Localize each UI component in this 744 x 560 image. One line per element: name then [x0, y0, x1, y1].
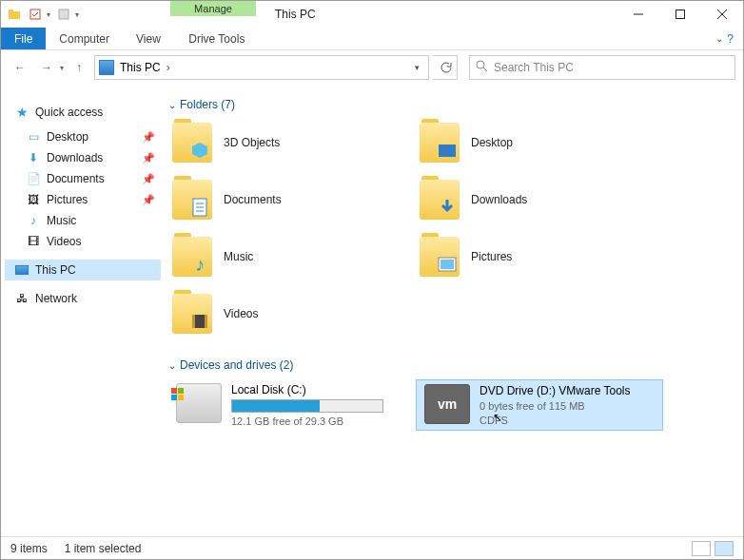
svg-point-8	[477, 61, 484, 68]
group-header-drives[interactable]: ⌄ Devices and drives (2)	[168, 355, 739, 379]
qat-dropdown-icon[interactable]: ▾	[47, 10, 50, 19]
status-item-count: 9 items	[10, 542, 48, 555]
group-title: Folders (7)	[180, 98, 235, 111]
breadcrumb-segment[interactable]: This PC	[120, 61, 161, 74]
dvd-icon: vm	[424, 384, 470, 424]
item-label: Pictures	[471, 250, 512, 263]
history-dropdown-icon[interactable]: ▾	[60, 64, 64, 72]
tab-drive-tools[interactable]: Drive Tools	[174, 28, 260, 49]
sidebar-label: Quick access	[35, 106, 103, 119]
picture-icon: 🖼	[26, 192, 41, 207]
this-pc-icon	[99, 60, 114, 75]
cursor-icon: ↖	[493, 411, 502, 453]
group-header-folders[interactable]: ⌄ Folders (7)	[168, 94, 739, 119]
video-icon	[189, 311, 210, 332]
contextual-tab-group: Manage	[170, 1, 256, 28]
drive-label: Local Disk (C:)	[231, 383, 408, 396]
folder-music[interactable]: ♪Music	[168, 233, 416, 280]
properties-icon[interactable]	[28, 7, 43, 22]
sidebar-item-label: Documents	[47, 172, 105, 185]
folder-documents[interactable]: Documents	[168, 176, 416, 223]
forward-button[interactable]: →	[35, 56, 58, 79]
chevron-down-icon: ⌄	[168, 360, 176, 371]
windows-logo-icon	[171, 388, 184, 400]
pin-icon: 📌	[142, 194, 155, 206]
picture-icon	[437, 254, 458, 275]
drive-dvd-d[interactable]: vm DVD Drive (D:) VMware Tools 0 bytes f…	[416, 379, 663, 431]
quick-access-toolbar: ▾ ▾	[1, 1, 85, 28]
item-label: Music	[224, 250, 253, 263]
download-icon	[437, 197, 458, 218]
group-title: Devices and drives (2)	[180, 358, 293, 372]
svg-rect-18	[192, 315, 195, 328]
sidebar-item-pictures[interactable]: 🖼Pictures📌	[5, 189, 161, 210]
content-pane: ⌄ Folders (7) 3D Objects Desktop Documen…	[165, 85, 743, 536]
this-pc-icon	[14, 262, 29, 278]
sidebar-item-label: Music	[47, 214, 76, 227]
drive-local-disk-c[interactable]: Local Disk (C:) 12.1 GB free of 29.3 GB	[168, 379, 416, 431]
ribbon-tabs: File Computer View Drive Tools ⌄ ?	[1, 28, 743, 50]
folder-videos[interactable]: Videos	[168, 290, 416, 338]
new-folder-icon[interactable]	[56, 7, 71, 22]
address-bar[interactable]: This PC › ▾	[94, 55, 429, 80]
tab-computer[interactable]: Computer	[46, 28, 123, 49]
sidebar-network[interactable]: 🖧 Network	[5, 288, 161, 309]
item-label: Desktop	[471, 136, 513, 149]
folder-icon[interactable]	[7, 7, 22, 22]
svg-rect-5	[676, 10, 685, 19]
window-title: This PC	[256, 1, 617, 28]
sidebar-label: This PC	[35, 263, 76, 277]
back-button[interactable]: ←	[9, 56, 31, 79]
help-icon[interactable]: ?	[727, 32, 734, 46]
up-button[interactable]: ↑	[68, 56, 90, 79]
sidebar-item-label: Downloads	[47, 151, 103, 164]
cube-icon	[189, 140, 210, 161]
item-label: Videos	[224, 307, 258, 320]
sidebar-item-videos[interactable]: 🎞Videos	[5, 231, 161, 252]
large-icon-view-button[interactable]	[715, 541, 734, 556]
navigation-pane: ★ Quick access ▭Desktop📌 ⬇Downloads📌 📄Do…	[1, 85, 165, 536]
svg-rect-1	[9, 10, 13, 12]
qat-customize-icon[interactable]: ▾	[75, 10, 79, 19]
sidebar-item-music[interactable]: ♪Music	[5, 210, 161, 231]
file-tab[interactable]: File	[1, 28, 46, 49]
title-bar: ▾ ▾ Manage This PC	[1, 1, 743, 28]
network-icon: 🖧	[14, 291, 29, 306]
pin-icon: 📌	[142, 173, 155, 185]
navigation-bar: ← → ▾ ↑ This PC › ▾ Search This PC	[1, 50, 743, 85]
folder-downloads[interactable]: Downloads	[416, 176, 663, 223]
maximize-button[interactable]	[659, 1, 701, 28]
details-view-button[interactable]	[692, 541, 711, 556]
sidebar-item-downloads[interactable]: ⬇Downloads📌	[5, 147, 161, 168]
chevron-down-icon[interactable]: ⌄	[715, 33, 723, 44]
search-input[interactable]: Search This PC	[469, 55, 735, 80]
status-selection: 1 item selected	[65, 542, 142, 555]
sidebar-item-desktop[interactable]: ▭Desktop📌	[5, 126, 161, 147]
hdd-icon	[176, 383, 222, 423]
desktop-icon: ▭	[26, 129, 41, 145]
search-placeholder: Search This PC	[494, 61, 574, 74]
download-icon: ⬇	[26, 150, 41, 165]
folder-3d-objects[interactable]: 3D Objects	[168, 119, 416, 166]
chevron-down-icon: ⌄	[168, 100, 176, 110]
drive-subtext: 12.1 GB free of 29.3 GB	[231, 415, 408, 427]
sidebar-item-label: Desktop	[47, 130, 88, 144]
folder-desktop[interactable]: Desktop	[416, 119, 663, 166]
sidebar-quick-access[interactable]: ★ Quick access	[5, 102, 161, 123]
close-button[interactable]	[701, 1, 743, 28]
pin-icon: 📌	[142, 131, 155, 144]
music-icon: ♪	[26, 213, 41, 228]
minimize-button[interactable]	[617, 1, 659, 28]
item-label: Documents	[224, 193, 282, 206]
drive-label: DVD Drive (D:) VMware Tools	[480, 384, 636, 397]
sidebar-this-pc[interactable]: This PC	[5, 260, 161, 280]
tab-view[interactable]: View	[123, 28, 174, 49]
status-bar: 9 items 1 item selected	[1, 536, 743, 559]
folder-pictures[interactable]: Pictures	[416, 233, 663, 280]
refresh-button[interactable]	[433, 55, 458, 80]
item-label: Downloads	[471, 193, 527, 206]
sidebar-item-documents[interactable]: 📄Documents📌	[5, 168, 161, 189]
breadcrumb-arrow-icon[interactable]: ›	[166, 61, 170, 74]
address-dropdown-icon[interactable]: ▾	[409, 63, 424, 72]
drive-subtext: 0 bytes free of 115 MB	[480, 400, 636, 412]
